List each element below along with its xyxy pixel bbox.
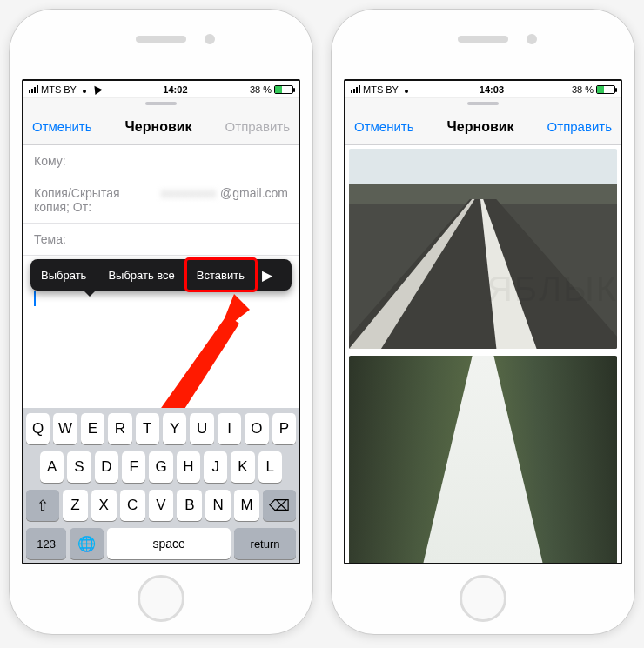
phone-right: MTS BY 14:03 38 % Отменить Черновик Отпр… (331, 9, 635, 635)
status-time: 14:02 (101, 84, 250, 95)
from-email-redacted: xxxxxxxx (161, 186, 217, 200)
numbers-key[interactable]: 123 (26, 528, 66, 559)
annotation-arrow (154, 289, 258, 419)
key-d[interactable]: D (95, 451, 118, 483)
key-k[interactable]: K (231, 451, 254, 483)
key-w[interactable]: W (53, 413, 77, 444)
carrier-label: MTS BY (41, 84, 77, 95)
key-t[interactable]: T (136, 413, 159, 444)
cancel-button[interactable]: Отменить (32, 119, 92, 134)
attached-image-1[interactable] (349, 149, 617, 349)
phone-left: MTS BY 14:02 38 % Отменить Черновик Отпр… (9, 9, 313, 635)
carrier-label: MTS BY (363, 84, 399, 95)
to-label: Кому: (34, 154, 66, 168)
to-field[interactable]: Кому: (23, 145, 299, 177)
nav-title: Черновик (125, 119, 192, 135)
from-email-suffix: @gmail.com (220, 186, 288, 200)
signal-icon (351, 85, 360, 93)
sheet-handle[interactable] (23, 98, 299, 109)
key-p[interactable]: P (272, 413, 296, 444)
key-g[interactable]: G (149, 451, 172, 483)
key-r[interactable]: R (108, 413, 131, 444)
cc-field[interactable]: Копия/Скрытая копия; От: xxxxxxxx @gmail… (23, 177, 299, 224)
delete-key[interactable]: ⌫ (263, 490, 296, 521)
status-bar: MTS BY 14:02 38 % (23, 81, 299, 98)
compose-navbar: Отменить Черновик Отправить (345, 109, 621, 145)
key-a[interactable]: A (40, 451, 64, 483)
keyboard-row-2: ASDFGHJKL (26, 451, 296, 483)
edit-context-menu: Выбрать Выбрать все Вставить ▶ (30, 259, 292, 291)
status-bar: MTS BY 14:03 38 % (345, 81, 621, 98)
key-h[interactable]: H (177, 451, 200, 483)
wifi-icon (401, 85, 412, 93)
keyboard-row-3: ⇧ ZXCVBNM ⌫ (26, 490, 296, 521)
return-key[interactable]: return (234, 528, 296, 559)
compose-body-with-images[interactable] (345, 145, 621, 563)
globe-key[interactable]: 🌐 (70, 528, 104, 559)
home-button[interactable] (460, 575, 506, 622)
key-m[interactable]: M (234, 490, 259, 521)
menu-paste[interactable]: Вставить (186, 259, 256, 291)
key-c[interactable]: C (120, 490, 145, 521)
send-button[interactable]: Отправить (225, 119, 290, 134)
key-y[interactable]: Y (163, 413, 186, 444)
keyboard-row-1: QWERTYUIOP (26, 413, 296, 444)
phone-speaker (136, 36, 186, 43)
text-cursor (34, 291, 36, 306)
key-v[interactable]: V (149, 490, 174, 521)
key-f[interactable]: F (122, 451, 145, 483)
space-key[interactable]: space (107, 528, 231, 559)
key-i[interactable]: I (218, 413, 241, 444)
compose-body[interactable]: Выбрать Выбрать все Вставить ▶ (23, 256, 299, 369)
key-s[interactable]: S (67, 451, 91, 483)
key-x[interactable]: X (91, 490, 117, 521)
phone-camera (527, 34, 537, 44)
screen-right: MTS BY 14:03 38 % Отменить Черновик Отпр… (344, 79, 622, 564)
phone-camera (205, 34, 215, 44)
key-j[interactable]: J (204, 451, 227, 483)
key-z[interactable]: Z (63, 490, 88, 521)
send-button[interactable]: Отправить (547, 119, 612, 134)
nav-title: Черновик (447, 119, 514, 135)
status-time: 14:03 (412, 84, 572, 95)
compose-fields: Кому: Копия/Скрытая копия; От: xxxxxxxx … (23, 145, 299, 256)
key-u[interactable]: U (190, 413, 213, 444)
shift-key[interactable]: ⇧ (26, 490, 59, 521)
home-button[interactable] (138, 575, 184, 622)
menu-select-all[interactable]: Выбрать все (97, 259, 185, 291)
battery-percent: 38 % (572, 84, 594, 95)
signal-icon (29, 85, 38, 93)
svg-marker-1 (159, 315, 239, 416)
subject-label: Тема: (34, 232, 66, 246)
svg-marker-0 (218, 294, 250, 334)
menu-select[interactable]: Выбрать (30, 259, 97, 291)
key-q[interactable]: Q (26, 413, 50, 444)
subject-field[interactable]: Тема: (23, 224, 299, 256)
compose-navbar: Отменить Черновик Отправить (23, 109, 299, 145)
key-l[interactable]: L (258, 451, 282, 483)
cancel-button[interactable]: Отменить (354, 119, 414, 134)
cc-label: Копия/Скрытая копия; От: (34, 186, 158, 214)
phone-speaker (458, 36, 508, 43)
wifi-icon (79, 85, 90, 93)
key-n[interactable]: N (205, 490, 231, 521)
key-e[interactable]: E (81, 413, 104, 444)
screen-left: MTS BY 14:02 38 % Отменить Черновик Отпр… (22, 79, 300, 564)
battery-icon (274, 85, 293, 94)
key-o[interactable]: O (245, 413, 268, 444)
key-b[interactable]: B (177, 490, 202, 521)
menu-more-arrow-icon[interactable]: ▶ (256, 259, 278, 291)
sheet-handle[interactable] (345, 98, 621, 109)
battery-percent: 38 % (250, 84, 272, 95)
attached-image-2[interactable] (349, 356, 617, 563)
keyboard[interactable]: QWERTYUIOP ASDFGHJKL ⇧ ZXCVBNM ⌫ 123 🌐 s… (23, 408, 299, 563)
battery-icon (596, 85, 615, 94)
